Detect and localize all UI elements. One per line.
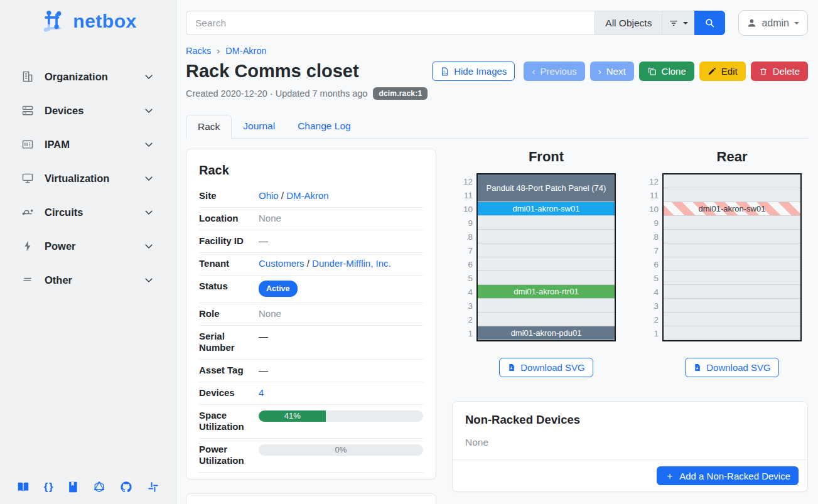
docs-icon[interactable]: [16, 480, 30, 494]
sidebar-item-other[interactable]: Other: [4, 267, 172, 292]
front-elevation-title: Front: [476, 149, 616, 165]
rack-unit-slot[interactable]: [478, 244, 615, 257]
image-file-icon: [440, 67, 449, 77]
tenant-group-link[interactable]: Customers: [259, 258, 304, 269]
tab-bar: Rack Journal Change Log: [186, 115, 808, 139]
netbox-logo[interactable]: netbox: [0, 0, 176, 40]
journal-icon[interactable]: [67, 481, 79, 493]
search-icon: [704, 18, 715, 28]
rack-unit-slot[interactable]: [478, 299, 615, 313]
edit-button[interactable]: Edit: [699, 62, 746, 81]
row-status: Status Active: [199, 276, 423, 303]
github-icon[interactable]: [119, 480, 133, 494]
row-site: Site Ohio / DM-Akron: [199, 185, 423, 208]
search-input[interactable]: [186, 11, 595, 35]
tab-content: Rack Site Ohio / DM-Akron Location None: [186, 149, 808, 504]
breadcrumb-racks-link[interactable]: Racks: [186, 46, 211, 56]
rack-unit-slot[interactable]: [664, 257, 800, 271]
rack-device[interactable]: dmi01-akron-sw01: [664, 202, 800, 215]
unit-number-label: 8: [642, 230, 660, 244]
clone-button[interactable]: Clone: [639, 62, 694, 81]
row-space-utilization: Space Utilization 41%: [199, 405, 423, 439]
all-objects-button[interactable]: All Objects: [595, 11, 662, 35]
sidebar-item-ipam[interactable]: IPAM: [4, 132, 172, 157]
devices-count-link[interactable]: 4: [259, 387, 264, 398]
rack-unit-slot[interactable]: [664, 216, 800, 230]
row-asset-tag: Asset Tag —: [199, 360, 423, 382]
delete-label: Delete: [773, 66, 800, 77]
rack-unit-slot[interactable]: [478, 271, 615, 285]
rack-unit-slot[interactable]: [664, 299, 800, 313]
serial-value: —: [259, 331, 423, 342]
breadcrumb-site-link[interactable]: DM-Akron: [225, 46, 266, 56]
tab-rack[interactable]: Rack: [186, 115, 232, 139]
search-filter-dropdown[interactable]: [662, 11, 694, 35]
sidebar-item-circuits[interactable]: Circuits: [4, 200, 172, 225]
hide-images-button[interactable]: Hide Images: [432, 62, 515, 81]
next-button[interactable]: › Next: [590, 62, 634, 81]
site-link[interactable]: DM-Akron: [286, 190, 329, 201]
separator: /: [307, 258, 309, 269]
rack-device[interactable]: dmi01-akron-rtr01: [478, 285, 615, 298]
sidebar-item-power[interactable]: Power: [4, 233, 172, 259]
space-utilization-fill: 41%: [259, 410, 326, 422]
plus-icon: ＋: [665, 470, 674, 482]
rack-unit-slot[interactable]: [664, 174, 800, 188]
add-non-racked-label: Add a Non-Racked Device: [679, 471, 790, 481]
rear-unit-labels: 121110987654321: [642, 173, 660, 341]
tab-change-log[interactable]: Change Log: [286, 115, 362, 138]
rack-unit-slot[interactable]: [664, 244, 800, 257]
rear-elevation-title: Rear: [662, 149, 802, 165]
search-submit-button[interactable]: [694, 11, 725, 35]
row-devices: Devices 4: [199, 382, 423, 405]
rack-device[interactable]: Panduit 48-Port Patch Panel (74): [478, 174, 615, 201]
rack-unit-slot[interactable]: [664, 313, 800, 326]
unit-number-label: 1: [642, 326, 660, 340]
rear-download-svg-button[interactable]: Download SVG: [685, 358, 779, 377]
rack-info-table: Site Ohio / DM-Akron Location None Facil…: [199, 185, 423, 473]
unit-number-label: 2: [642, 313, 660, 326]
sidebar-item-devices[interactable]: Devices: [4, 98, 172, 123]
user-menu-button[interactable]: admin: [738, 10, 808, 36]
next-label: Next: [606, 66, 626, 77]
rack-unit-slot[interactable]: [478, 313, 615, 326]
delete-button[interactable]: Delete: [751, 62, 808, 81]
sidebar-item-virtualization[interactable]: Virtualization: [4, 166, 172, 191]
front-unit-labels: 121110987654321: [456, 173, 474, 341]
panel-title: Rack: [199, 163, 423, 178]
unit-number-label: 8: [456, 230, 474, 244]
location-value: None: [259, 213, 423, 224]
rack-unit-slot[interactable]: [664, 188, 800, 202]
unit-number-label: 6: [642, 257, 660, 271]
non-racked-footer: ＋ Add a Non-Racked Device: [453, 459, 807, 491]
rack-unit-slot[interactable]: [478, 257, 615, 271]
unit-number-label: 9: [642, 216, 660, 230]
add-non-racked-device-button[interactable]: ＋ Add a Non-Racked Device: [657, 466, 799, 485]
unit-number-label: 10: [456, 202, 474, 216]
slack-icon[interactable]: [147, 481, 159, 493]
row-label: Devices: [199, 387, 259, 399]
role-value: None: [259, 308, 423, 319]
row-label: Space Utilization: [199, 410, 259, 432]
breadcrumb-separator-icon: ›: [217, 45, 220, 56]
sidebar-item-organization[interactable]: Organization: [4, 64, 172, 89]
previous-button[interactable]: ‹ Previous: [524, 62, 584, 81]
rack-unit-slot[interactable]: [664, 230, 800, 244]
rack-unit-slot[interactable]: [664, 285, 800, 299]
tenant-link[interactable]: Dunder-Mifflin, Inc.: [312, 258, 391, 269]
rack-unit-slot[interactable]: [478, 216, 615, 230]
graphql-icon[interactable]: [93, 481, 105, 493]
other-icon: [21, 274, 34, 286]
sidebar-nav: Organization Devices IPAM Virtualization: [0, 55, 176, 471]
title-row: Rack Comms closet Hide Images ‹ Previous…: [186, 61, 808, 82]
rack-unit-slot[interactable]: [664, 271, 800, 285]
rack-device[interactable]: dmi01-akron-sw01: [478, 202, 615, 215]
site-group-link[interactable]: Ohio: [259, 190, 279, 201]
tab-journal[interactable]: Journal: [232, 115, 286, 138]
rack-unit-slot[interactable]: [664, 326, 800, 340]
front-download-svg-button[interactable]: Download SVG: [499, 358, 593, 377]
rack-unit-slot[interactable]: [478, 230, 615, 244]
facility-value: —: [259, 235, 423, 247]
rack-device[interactable]: dmi01-akron-pdu01: [478, 326, 615, 340]
rest-api-icon[interactable]: { }: [44, 481, 53, 493]
